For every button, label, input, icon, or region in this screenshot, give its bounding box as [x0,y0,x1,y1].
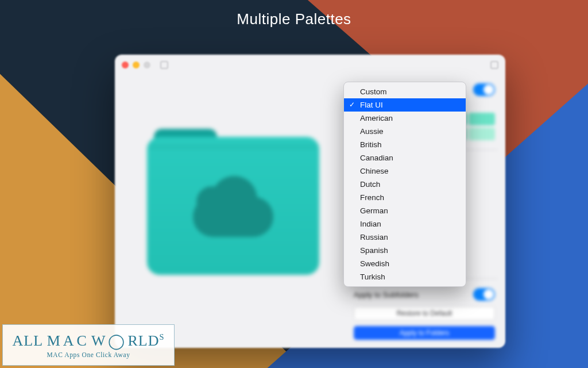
palette-option-label: American [360,114,393,122]
palette-option[interactable]: Dutch [344,178,466,191]
palette-option-label: Dutch [360,180,380,189]
traffic-zoom-icon[interactable] [144,62,150,68]
palette-option[interactable]: German [344,204,466,217]
palette-option-label: Canadian [360,154,393,162]
palette-option[interactable]: Canadian [344,151,466,164]
palette-option[interactable]: Russian [344,231,466,244]
titlebar [115,55,505,75]
palette-option[interactable]: ✓Flat UI [344,98,466,112]
palette-option-label: Aussie [360,127,384,136]
palette-option[interactable]: Swedish [344,257,466,270]
watermark-title: ALL M A C W ◯ RLDS [13,332,165,350]
palette-option[interactable]: Indian [344,217,466,231]
watermark: ALL M A C W ◯ RLDS MAC Apps One Click Aw… [2,324,175,366]
folder-icon [147,137,319,275]
palette-option[interactable]: Turkish [344,270,466,283]
palette-option[interactable]: British [344,138,466,151]
palette-option-label: Turkish [360,273,385,281]
palette-option[interactable]: Chinese [344,164,466,178]
subfolders-toggle[interactable] [473,288,495,301]
palette-option-label: Spanish [360,246,388,255]
check-icon: ✓ [349,101,355,109]
watermark-tagline: MAC Apps One Click Away [47,351,130,358]
palette-option-label: German [360,206,388,215]
palette-option-label: Indian [360,220,381,228]
palette-option-label: Swedish [360,259,389,268]
color-toggle[interactable] [473,83,495,96]
palette-option[interactable]: French [344,191,466,204]
palette-option[interactable]: Spanish [344,244,466,257]
palette-option[interactable]: American [344,112,466,125]
palette-option-label: Chinese [360,167,389,175]
subfolders-label: Apply to Subfolders [354,290,419,299]
palette-option-label: British [360,140,382,149]
page-title: Multiple Palettes [0,10,588,28]
globe-icon: ◯ [108,332,125,350]
palette-option-label: Custom [360,87,387,96]
apply-folders-button[interactable]: Apply to Folders [354,326,495,340]
toolbar-share-icon[interactable] [490,61,498,69]
traffic-min-icon[interactable] [133,62,140,68]
palette-option-label: French [360,193,384,202]
restore-default-button[interactable]: Restore to Default [354,306,495,320]
palette-option[interactable]: Custom [344,85,466,98]
palette-option[interactable]: Aussie [344,125,466,138]
palette-option-label: Russian [360,233,388,241]
cloud-icon [193,197,273,237]
palette-option-label: Flat UI [360,101,383,109]
traffic-close-icon[interactable] [122,62,129,68]
palette-dropdown-menu[interactable]: Custom✓Flat UIAmericanAussieBritishCanad… [343,82,466,287]
toolbar-back-icon[interactable] [160,61,168,69]
folder-preview [115,75,346,348]
